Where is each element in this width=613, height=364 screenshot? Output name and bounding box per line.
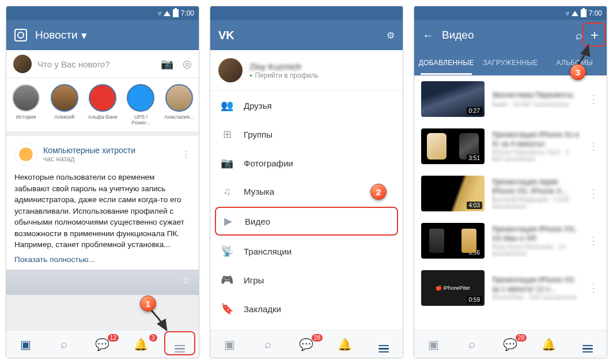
- video-row[interactable]: 4:03Презентация Apple iPhone XS, iPhone …: [414, 170, 607, 217]
- tab-uploaded[interactable]: ЗАГРУЖЕННЫЕ: [478, 51, 542, 75]
- callout-1: 1: [140, 295, 157, 313]
- profile-name: Zloy Kuzmich: [249, 62, 319, 71]
- status-time: 7:00: [181, 9, 194, 17]
- nav-notifications-icon[interactable]: 🔔3: [130, 338, 153, 351]
- nav-messages-icon[interactable]: 💬12: [91, 338, 114, 351]
- video-thumb: 3:56: [421, 223, 485, 259]
- appbar-news: Новости▾: [6, 20, 199, 50]
- games-icon: 🎮: [221, 274, 233, 286]
- story-item[interactable]: Анастасия...: [164, 84, 194, 126]
- callout-3: 3: [570, 64, 587, 81]
- appbar-menu: VK ⚙: [210, 20, 403, 50]
- video-thumb: 🍎 iPhonePiter0:59: [421, 270, 485, 306]
- more-icon[interactable]: ⋮: [587, 93, 600, 105]
- video-thumb: 3:51: [421, 128, 485, 164]
- menu-photos[interactable]: 📷Фотографии: [210, 149, 403, 177]
- video-row[interactable]: 🍎 iPhonePiter0:59Презентация iPhone XS з…: [414, 264, 607, 312]
- phone-menu: VK ⚙ Zloy Kuzmich Перейти в профиль 👥Дру…: [210, 6, 403, 358]
- post-image[interactable]: [6, 270, 199, 295]
- post-author[interactable]: Компьютерные хитрости: [43, 146, 135, 155]
- composer-placeholder[interactable]: Что у Вас нового?: [37, 59, 152, 69]
- story-item[interactable]: Альфа-Банк: [88, 84, 118, 126]
- more-icon[interactable]: ⋮: [587, 282, 600, 294]
- nav-notifications-icon[interactable]: 🔔: [538, 338, 561, 351]
- avatar[interactable]: [13, 55, 32, 73]
- battery-icon: [173, 9, 179, 17]
- status-bar: [210, 6, 403, 20]
- menu-list: 👥Друзья ⊞Группы 📷Фотографии ♫Музыка ▶Вид…: [210, 91, 403, 330]
- bookmarks-icon: 🔖: [221, 302, 233, 315]
- post-body: Некоторые пользователи со временем забыв…: [14, 172, 191, 251]
- live-icon: 📡: [221, 245, 233, 257]
- search-icon[interactable]: ⌕: [576, 29, 582, 42]
- post-time: час назад: [43, 155, 135, 163]
- avatar[interactable]: [218, 58, 243, 82]
- nav-news-icon[interactable]: ▣: [14, 338, 37, 351]
- more-icon[interactable]: ⋮: [587, 187, 600, 200]
- nav-search-icon[interactable]: ⌕: [460, 338, 483, 351]
- profile-bar[interactable]: Zloy Kuzmich Перейти в профиль: [210, 50, 403, 91]
- menu-bookmarks[interactable]: 🔖Закладки: [210, 294, 403, 323]
- post-avatar[interactable]: [14, 143, 37, 166]
- menu-more[interactable]: ⋯Ещё: [210, 323, 403, 330]
- nav-messages-icon[interactable]: 💬28: [295, 338, 318, 351]
- live-icon[interactable]: ◎: [183, 58, 192, 70]
- status-bar: ▿ 7:00: [6, 6, 199, 20]
- nav-search-icon[interactable]: ⌕: [52, 338, 75, 351]
- composer[interactable]: Что у Вас нового? 📷 ◎: [6, 50, 199, 78]
- profile-go-link[interactable]: Перейти в профиль: [249, 71, 319, 79]
- menu-friends[interactable]: 👥Друзья: [210, 91, 403, 120]
- video-thumb: 0:27: [421, 81, 485, 117]
- nav-notifications-icon[interactable]: 🔔: [334, 338, 357, 351]
- stories-row[interactable]: История Алексей Альфа-Банк UPS / Power..…: [6, 78, 199, 136]
- video-thumb: 4:03: [421, 176, 485, 211]
- nav-news-icon[interactable]: ▣: [218, 338, 241, 351]
- menu-lives[interactable]: 📡Трансляции: [210, 237, 403, 266]
- appbar-title[interactable]: Новости▾: [35, 29, 191, 42]
- video-icon: ▶: [222, 215, 234, 227]
- story-item[interactable]: История: [11, 84, 41, 126]
- wifi-icon: ▿: [566, 9, 569, 17]
- nav-menu-icon[interactable]: [372, 336, 395, 352]
- callout-2: 2: [370, 184, 388, 201]
- battery-icon: [581, 9, 586, 17]
- chevron-down-icon: ▾: [81, 29, 87, 42]
- nav-search-icon[interactable]: ⌕: [256, 338, 279, 351]
- video-scroll[interactable]: 0:27Экосистема ПерезентыApple · 24 867 п…: [414, 75, 607, 330]
- signal-icon: [572, 11, 578, 16]
- video-row[interactable]: 3:51Презентация iPhone Xs и Xr за 4 мину…: [414, 123, 607, 170]
- more-icon[interactable]: ⋮: [587, 140, 600, 153]
- story-item[interactable]: UPS / Power...: [126, 84, 156, 126]
- signal-icon: [164, 11, 171, 16]
- more-icon[interactable]: ⋮: [181, 149, 191, 160]
- show-more-link[interactable]: Показать полностью...: [14, 255, 191, 264]
- gear-icon[interactable]: ⚙: [387, 30, 395, 41]
- menu-games[interactable]: 🎮Игры: [210, 266, 403, 294]
- nav-menu-icon[interactable]: [576, 336, 599, 352]
- back-icon[interactable]: ←: [422, 29, 434, 42]
- phone-newsfeed: ▿ 7:00 Новости▾ Что у Вас нового? 📷 ◎ Ис…: [6, 6, 199, 358]
- music-icon: ♫: [221, 185, 233, 198]
- phone-video: ▿ 7:00 ← Видео ⌕ + ДОБАВЛЕННЫЕ ЗАГРУЖЕНН…: [414, 6, 607, 358]
- nav-messages-icon[interactable]: 💬28: [499, 338, 522, 351]
- vk-logo[interactable]: VK: [218, 29, 379, 42]
- post-card[interactable]: Компьютерные хитрости час назад ⋮ Некото…: [6, 136, 199, 295]
- wifi-icon: ▿: [158, 9, 161, 17]
- more-icon[interactable]: ⋮: [587, 234, 600, 247]
- camera-icon[interactable]: 📷: [161, 58, 173, 70]
- story-item[interactable]: Алексей: [49, 84, 79, 126]
- friends-icon: 👥: [221, 99, 233, 112]
- status-time: 7:00: [589, 9, 602, 17]
- appbar-title: Видео: [442, 29, 567, 41]
- camera-square-icon[interactable]: [14, 29, 27, 41]
- groups-icon: ⊞: [221, 128, 233, 141]
- news-scroll[interactable]: Что у Вас нового? 📷 ◎ История Алексей Ал…: [6, 50, 199, 330]
- bottom-nav: ▣ ⌕ 💬28 🔔: [210, 330, 403, 358]
- video-row[interactable]: 3:56Презентация iPhone XS, XS Max и XRАн…: [414, 217, 607, 264]
- nav-news-icon[interactable]: ▣: [422, 338, 445, 351]
- video-row[interactable]: 0:27Экосистема ПерезентыApple · 24 867 п…: [414, 75, 607, 123]
- tab-added[interactable]: ДОБАВЛЕННЫЕ: [414, 51, 478, 75]
- menu-video[interactable]: ▶Видео: [215, 207, 398, 236]
- menu-groups[interactable]: ⊞Группы: [210, 120, 403, 149]
- photos-icon: 📷: [221, 157, 233, 169]
